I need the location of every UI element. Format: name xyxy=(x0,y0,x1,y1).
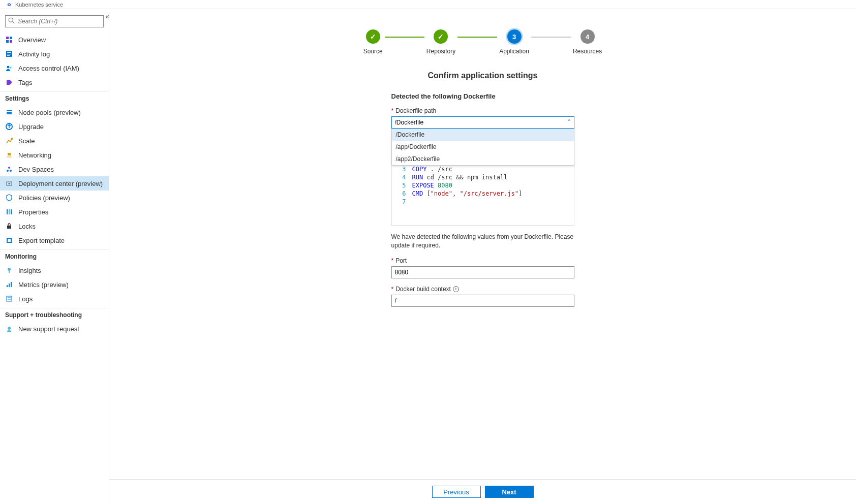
svg-point-12 xyxy=(7,66,10,69)
nav-item-new-support-request[interactable]: New support request xyxy=(0,322,109,336)
step-number: 3 xyxy=(507,29,522,44)
deployment-center-icon xyxy=(5,179,13,187)
sidebar: « Overview Activity log Access control (… xyxy=(0,9,109,504)
check-icon: ✓ xyxy=(370,33,376,41)
page-title: Confirm application settings xyxy=(427,71,537,80)
svg-rect-4 xyxy=(6,37,9,39)
nav-item-export-template[interactable]: Export template xyxy=(0,233,109,247)
dropdown-option[interactable]: /Dockerfile xyxy=(392,129,574,141)
nav-label: Activity log xyxy=(18,50,50,58)
section-header-settings: Settings xyxy=(0,91,109,105)
dockerfile-path-input[interactable] xyxy=(391,116,574,129)
svg-point-20 xyxy=(7,170,9,172)
helper-text: We have detected the following values fr… xyxy=(391,233,574,250)
nav-item-metrics[interactable]: Metrics (preview) xyxy=(0,277,109,292)
nav-item-tags[interactable]: Tags xyxy=(0,75,109,89)
nav-label: Deployment center (preview) xyxy=(18,180,103,187)
dropdown-option[interactable]: /app2/Dockerfile xyxy=(392,153,574,165)
svg-rect-33 xyxy=(7,285,8,287)
overview-icon xyxy=(5,36,13,44)
policies-icon xyxy=(5,194,13,202)
port-label: * Port xyxy=(391,257,574,264)
chevron-up-icon[interactable]: ⌃ xyxy=(567,118,571,125)
nav-label: Dev Spaces xyxy=(18,166,54,173)
logs-icon xyxy=(5,295,13,303)
svg-point-39 xyxy=(8,327,11,330)
nav-item-overview[interactable]: Overview xyxy=(0,33,109,47)
nav-label: Scale xyxy=(18,137,35,145)
nav-item-locks[interactable]: Locks xyxy=(0,219,109,233)
search-input[interactable] xyxy=(5,15,104,27)
svg-rect-28 xyxy=(7,226,11,229)
previous-button[interactable]: Previous xyxy=(432,486,481,498)
nav-item-insights[interactable]: Insights xyxy=(0,263,109,277)
nav-item-networking[interactable]: Networking xyxy=(0,148,109,162)
iam-icon xyxy=(5,64,13,72)
nav-item-logs[interactable]: Logs xyxy=(0,292,109,306)
svg-point-22 xyxy=(8,167,10,169)
nav-item-activity-log[interactable]: Activity log xyxy=(0,47,109,61)
svg-rect-32 xyxy=(9,271,10,273)
step-application[interactable]: 3 Application xyxy=(499,29,529,55)
context-label: * Docker build context i xyxy=(391,286,574,293)
nav-item-iam[interactable]: Access control (IAM) xyxy=(0,61,109,75)
required-indicator: * xyxy=(391,257,394,264)
search-icon xyxy=(8,17,15,25)
nav-label: Node pools (preview) xyxy=(18,109,81,116)
svg-rect-10 xyxy=(7,54,11,54)
nav-item-dev-spaces[interactable]: Dev Spaces xyxy=(0,162,109,176)
activity-log-icon xyxy=(5,50,13,58)
nav-item-upgrade[interactable]: Upgrade xyxy=(0,119,109,134)
dockerfile-path-combo[interactable]: ⌃ /Dockerfile /app/Dockerfile /app2/Dock… xyxy=(391,116,574,129)
svg-rect-26 xyxy=(9,209,10,214)
nav-item-deployment-center[interactable]: Deployment center (preview) xyxy=(0,176,109,191)
support-icon xyxy=(5,325,13,333)
nav-item-node-pools[interactable]: Node pools (preview) xyxy=(0,105,109,119)
section-header-support: Support + troubleshooting xyxy=(0,308,109,322)
svg-point-2 xyxy=(9,18,13,22)
export-template-icon xyxy=(5,236,13,244)
svg-point-1 xyxy=(9,4,10,5)
metrics-icon xyxy=(5,280,13,289)
step-repository[interactable]: ✓ Repository xyxy=(426,29,455,55)
nav-label: Logs xyxy=(18,295,33,303)
nav-item-properties[interactable]: Properties xyxy=(0,205,109,219)
properties-icon xyxy=(5,208,13,216)
section-heading: Detected the following Dockerfile xyxy=(391,92,574,100)
info-icon[interactable]: i xyxy=(453,286,459,292)
locks-icon xyxy=(5,222,13,230)
svg-rect-9 xyxy=(7,52,11,53)
sidebar-search xyxy=(5,15,104,27)
dropdown-option[interactable]: /app/Dockerfile xyxy=(392,141,574,153)
svg-rect-34 xyxy=(9,284,10,287)
step-source[interactable]: ✓ Source xyxy=(363,29,383,55)
nav-label: New support request xyxy=(18,325,79,333)
port-input[interactable] xyxy=(391,266,574,278)
dockerfile-path-label: * Dockerfile path xyxy=(391,107,574,114)
step-label: Resources xyxy=(573,48,602,55)
required-indicator: * xyxy=(391,286,394,293)
wizard-footer: Previous Next xyxy=(109,479,856,504)
next-button[interactable]: Next xyxy=(485,486,534,498)
check-icon: ✓ xyxy=(438,33,444,41)
svg-line-3 xyxy=(13,22,15,24)
nav-item-policies[interactable]: Policies (preview) xyxy=(0,191,109,205)
nav-label: Access control (IAM) xyxy=(18,65,79,72)
svg-rect-11 xyxy=(7,55,10,56)
context-input[interactable] xyxy=(391,295,574,307)
collapse-sidebar-button[interactable]: « xyxy=(105,12,109,20)
step-label: Repository xyxy=(426,48,455,55)
wizard-stepper: ✓ Source ✓ Repository 3 Application 4 Re… xyxy=(363,29,602,55)
step-resources[interactable]: 4 Resources xyxy=(573,29,602,55)
svg-rect-35 xyxy=(11,282,12,287)
svg-rect-16 xyxy=(7,113,12,114)
svg-rect-30 xyxy=(8,239,11,242)
insights-icon xyxy=(5,266,13,274)
networking-icon xyxy=(5,151,13,159)
nav-item-scale[interactable]: Scale xyxy=(0,134,109,148)
required-indicator: * xyxy=(391,107,394,114)
svg-point-13 xyxy=(10,67,12,69)
step-line xyxy=(531,37,571,38)
nav-label: Export template xyxy=(18,237,65,244)
step-label: Source xyxy=(363,48,383,55)
